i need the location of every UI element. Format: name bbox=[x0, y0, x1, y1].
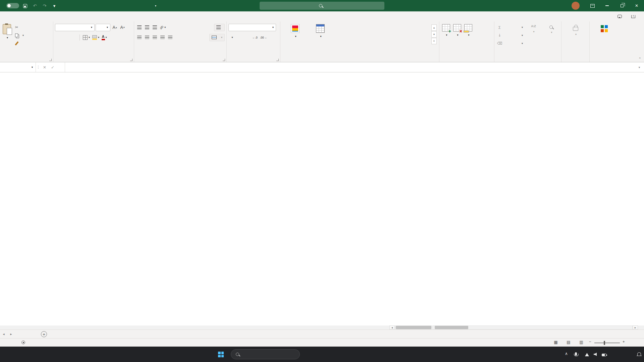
redo-button[interactable]: ↷ bbox=[41, 3, 48, 8]
minimize-button[interactable] bbox=[600, 0, 614, 11]
format-painter-button[interactable] bbox=[13, 40, 25, 47]
align-top-button[interactable] bbox=[136, 24, 143, 31]
page-break-view-button[interactable]: ▥ bbox=[578, 340, 585, 346]
increase-decimal-button[interactable]: ←.0 bbox=[252, 34, 258, 41]
close-button[interactable]: ✕ bbox=[629, 0, 644, 11]
zoom-in-button[interactable]: + bbox=[623, 340, 625, 344]
align-bottom-button[interactable] bbox=[151, 24, 158, 31]
italic-button[interactable] bbox=[63, 34, 69, 41]
clear-button[interactable]: ⌫▾ bbox=[496, 40, 524, 47]
comma-style-button[interactable] bbox=[244, 34, 251, 41]
normal-view-button[interactable]: ▦ bbox=[552, 340, 559, 346]
increase-indent-button[interactable] bbox=[167, 34, 173, 41]
formula-bar-expand-icon[interactable]: ▾ bbox=[635, 66, 644, 69]
font-size-select[interactable]: ▾ bbox=[96, 24, 110, 31]
zoom-slider[interactable] bbox=[594, 343, 620, 343]
font-name-select[interactable]: ▾ bbox=[55, 24, 95, 31]
borders-button[interactable]: ▾ bbox=[82, 34, 91, 41]
format-cells-button[interactable]: ▾ bbox=[463, 23, 473, 38]
volume-icon[interactable] bbox=[594, 352, 597, 357]
enter-button[interactable]: ✓ bbox=[49, 65, 57, 70]
accounting-format-button[interactable]: ▾ bbox=[228, 34, 235, 41]
hscroll-left-button[interactable]: ◂ bbox=[389, 325, 395, 329]
conditional-formatting-button[interactable]: ▾ bbox=[282, 23, 308, 40]
orientation-button[interactable]: ab▾ bbox=[159, 24, 166, 31]
alignment-dialog-launcher[interactable] bbox=[223, 59, 225, 61]
tray-chevron-icon[interactable]: ∧ bbox=[565, 351, 568, 356]
autosum-button[interactable]: Σ▾ bbox=[496, 24, 524, 31]
notification-icon[interactable] bbox=[637, 352, 641, 357]
sensitivity-button[interactable]: ▾ bbox=[572, 23, 579, 38]
collapse-ribbon-button[interactable]: ⌃ bbox=[639, 57, 641, 61]
sort-filter-icon: A↕Z bbox=[531, 24, 536, 28]
decrease-indent-button[interactable] bbox=[159, 34, 166, 41]
font-dialog-launcher[interactable] bbox=[130, 59, 132, 61]
qat-customize-button[interactable]: ▾ bbox=[51, 3, 58, 8]
fill-color-button[interactable]: ▾ bbox=[92, 34, 100, 41]
right-pane-hscroll-thumb[interactable] bbox=[435, 326, 468, 329]
cut-button[interactable]: ✂ bbox=[13, 24, 25, 31]
paste-button[interactable]: ▾ bbox=[2, 23, 12, 41]
increase-font-button[interactable]: A▴ bbox=[111, 24, 118, 31]
accessibility-status[interactable] bbox=[21, 340, 27, 344]
format-as-table-button[interactable]: ▾ bbox=[309, 23, 331, 40]
delete-cells-button[interactable]: ▾ bbox=[452, 23, 462, 38]
copy-button[interactable]: ▾ bbox=[13, 32, 25, 39]
sort-filter-button[interactable]: A↕Z ▾ bbox=[525, 23, 542, 35]
number-dialog-launcher[interactable] bbox=[276, 59, 279, 61]
page-layout-view-button[interactable]: ▤ bbox=[565, 340, 572, 346]
comments-button[interactable] bbox=[618, 15, 624, 18]
zoom-out-button[interactable]: − bbox=[589, 340, 591, 344]
undo-button[interactable]: ↶ bbox=[31, 3, 39, 8]
battery-icon[interactable] bbox=[602, 353, 606, 357]
align-center-button[interactable] bbox=[144, 34, 150, 41]
bold-button[interactable] bbox=[55, 34, 62, 41]
align-middle-button[interactable] bbox=[144, 24, 150, 31]
share-button[interactable]: ↑ bbox=[631, 15, 637, 18]
gallery-more-button[interactable]: ≡ bbox=[431, 38, 437, 44]
autosave-toggle[interactable] bbox=[6, 3, 19, 8]
taskbar-search[interactable] bbox=[231, 349, 300, 359]
gallery-up-button[interactable]: ▴ bbox=[431, 24, 437, 31]
network-glyph bbox=[585, 353, 589, 356]
avatar[interactable] bbox=[572, 2, 580, 10]
gallery-down-button[interactable]: ▾ bbox=[431, 31, 437, 38]
taskbar-search-icon bbox=[236, 353, 239, 356]
insert-cells-button[interactable]: ▾ bbox=[441, 23, 451, 38]
wrap-text-button[interactable] bbox=[214, 24, 225, 31]
sheet-nav-right-button[interactable]: ▸ bbox=[7, 330, 15, 338]
addins-button[interactable] bbox=[599, 23, 609, 35]
hscroll-right-button[interactable]: ▸ bbox=[633, 325, 638, 329]
new-sheet-button[interactable]: + bbox=[41, 331, 47, 337]
underline-button[interactable] bbox=[70, 34, 77, 41]
zoom-slider-thumb[interactable] bbox=[604, 341, 605, 345]
ribbon-display-options-button[interactable] bbox=[585, 0, 600, 11]
align-left-button[interactable] bbox=[136, 34, 143, 41]
decrease-decimal-button[interactable]: .00→ bbox=[259, 34, 267, 41]
formula-input[interactable] bbox=[65, 62, 635, 72]
name-box[interactable]: ▾ bbox=[0, 62, 36, 72]
left-pane-hscroll-thumb[interactable] bbox=[396, 326, 431, 329]
cancel-button[interactable]: ✕ bbox=[41, 65, 49, 70]
save-button[interactable] bbox=[21, 3, 29, 8]
font-color-button[interactable]: A▾ bbox=[101, 34, 108, 41]
percent-style-button[interactable] bbox=[236, 34, 243, 41]
formula-bar-handle[interactable]: ⋮ bbox=[36, 65, 41, 69]
format-painter-icon bbox=[14, 41, 19, 46]
microphone-icon[interactable] bbox=[575, 352, 577, 357]
document-title[interactable]: ▾ bbox=[147, 0, 156, 11]
sheet-nav-left-button[interactable]: ◂ bbox=[0, 330, 7, 338]
decrease-font-button[interactable]: A▾ bbox=[119, 24, 126, 31]
restore-button[interactable] bbox=[614, 0, 629, 11]
network-icon[interactable] bbox=[585, 353, 589, 357]
font-group: ▾ ▾ A▴ A▾ ▾ ▾ A▾ bbox=[53, 21, 134, 62]
start-button[interactable] bbox=[215, 348, 227, 360]
align-right-button[interactable] bbox=[151, 34, 158, 41]
merge-center-button[interactable]: ▾ bbox=[209, 34, 225, 41]
divider bbox=[79, 35, 80, 41]
find-select-button[interactable]: ▾ bbox=[543, 23, 559, 36]
number-format-select[interactable]: ▾ bbox=[228, 24, 276, 31]
search-box[interactable] bbox=[260, 2, 384, 10]
fill-button[interactable]: ↓▾ bbox=[496, 32, 524, 39]
clipboard-dialog-launcher[interactable] bbox=[49, 59, 52, 61]
